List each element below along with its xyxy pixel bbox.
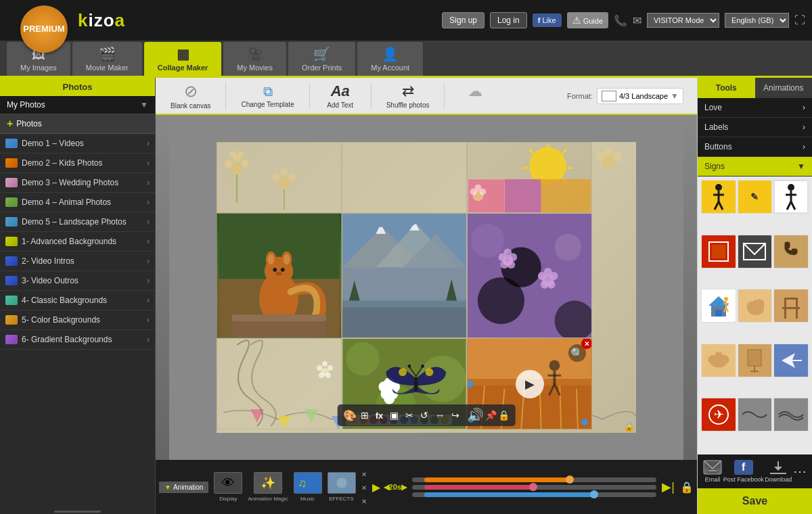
sign-box-red[interactable] [701, 235, 736, 268]
x-btn-3[interactable]: ✕ [361, 498, 367, 505]
sign-arrow[interactable] [773, 344, 809, 377]
change-template-button[interactable]: ⧉ Change Template [233, 81, 302, 111]
sign-hands-1[interactable] [738, 289, 773, 323]
tab-my-account[interactable]: 👤 My Account [357, 42, 423, 76]
language-select[interactable]: English (GB) [725, 13, 789, 28]
cell-r3c1[interactable] [217, 338, 342, 429]
timeline-thumb-2[interactable] [529, 483, 537, 491]
rotate-icon[interactable]: ↺ [418, 408, 431, 422]
category-buttons[interactable]: Buttons › [698, 137, 812, 157]
frame-icon[interactable]: ▣ [387, 408, 401, 422]
upload-button[interactable]: ☁ [451, 80, 499, 112]
timeline-lock-icon[interactable]: 🔒 [680, 481, 694, 494]
sidebar-item-demo5[interactable]: Demo 5 – Landscape Photos › [0, 212, 155, 232]
sidebar-item-demo4[interactable]: Demo 4 – Animal Photos › [0, 193, 155, 212]
timeline-thumb-1[interactable] [566, 475, 574, 484]
sidebar-item-gradient-bg[interactable]: 6- Gradient Backgrounds › [0, 330, 155, 350]
play-pause-button[interactable]: ▶ [372, 481, 380, 494]
category-labels[interactable]: Labels › [698, 118, 812, 137]
sign-pedestrian-yellow[interactable] [701, 180, 736, 214]
sidebar-item-adv-bg[interactable]: 1- Advanced Backgrounds › [0, 232, 155, 252]
play-button[interactable]: ▶ [516, 370, 544, 398]
add-photos-button[interactable]: + Photos [0, 114, 155, 134]
effects-section: EFFECTS [328, 472, 356, 502]
tab-collage-maker[interactable]: ▦ Collage Maker [144, 42, 222, 76]
display-thumb[interactable]: 👁 [214, 472, 242, 494]
shuffle-photos-button[interactable]: ⇄ Shuffle photos [378, 80, 438, 112]
cell-r1c2[interactable] [342, 142, 467, 213]
effects-thumb[interactable] [328, 472, 356, 494]
tab-tools[interactable]: Tools [698, 78, 755, 98]
sign-board[interactable] [738, 344, 773, 377]
add-text-button[interactable]: Aa Add Text [317, 80, 364, 112]
visitor-mode-select[interactable]: VISITOR Mode [647, 13, 719, 28]
category-signs[interactable]: Signs ▼ [698, 157, 812, 177]
sign-pedestrian-white[interactable] [773, 180, 809, 214]
sidebar-item-video-intro[interactable]: 2- Video Intros › [0, 252, 155, 271]
sidebar-item-color-bg[interactable]: 5- Color Backgrounds › [0, 310, 155, 330]
fx-button[interactable]: fx [373, 409, 386, 422]
sign-phone[interactable] [773, 235, 809, 268]
arrange-icon[interactable]: ⊞ [358, 408, 371, 422]
flip-icon[interactable]: ↔ [432, 408, 447, 422]
timeline-bar-2[interactable] [424, 485, 535, 490]
login-button[interactable]: Log in [490, 12, 527, 28]
cell-r2c1[interactable] [217, 213, 342, 338]
sign-house[interactable] [701, 289, 736, 323]
animation-toggle[interactable]: ▼ Animation [159, 482, 208, 493]
phone-icon[interactable]: 📞 [614, 14, 627, 27]
tab-animations[interactable]: Animations [755, 78, 813, 98]
cell-mountains[interactable] [342, 213, 467, 338]
sign-airplane[interactable]: ✈ [701, 398, 736, 431]
format-select[interactable]: 4/3 Landscape ▼ [597, 88, 683, 104]
tab-movie-maker[interactable]: 🎬 Movie Maker [72, 42, 142, 76]
timeline-bar-1[interactable] [424, 477, 571, 482]
lock-edit-icon[interactable]: 🔒 [498, 410, 510, 421]
save-button[interactable]: Save [698, 488, 812, 514]
skip-end-button[interactable]: ▶| [662, 480, 675, 494]
download-button[interactable]: Download [765, 460, 792, 483]
volume-icon[interactable]: 🔊 [467, 407, 484, 423]
facebook-button[interactable]: f Post Facebook [723, 460, 764, 483]
mail-icon[interactable]: ✉ [633, 14, 641, 27]
bottom-animation-panel: ▼ Animation 👁 Display ✨ Animation Magic … [156, 460, 697, 514]
x-btn-1[interactable]: ✕ [361, 471, 367, 478]
sidebar-item-classic-bg[interactable]: 4- Classic Backgrounds › [0, 291, 155, 310]
left-strip [156, 115, 169, 460]
fullscreen-icon[interactable]: ⛶ [794, 14, 805, 26]
sidebar-item-video-outro[interactable]: 3- Video Outros › [0, 271, 155, 291]
blank-canvas-button[interactable]: ⊘ Blank canvas [162, 79, 219, 112]
sign-wave-1[interactable] [738, 398, 773, 431]
category-love[interactable]: Love › [698, 98, 812, 118]
sign-wave-2[interactable] [773, 398, 809, 431]
cell-r1c3[interactable] [467, 142, 592, 213]
timeline-thumb-3[interactable] [590, 490, 598, 498]
crop-icon[interactable]: ✂ [403, 408, 416, 422]
sign-hands-2[interactable] [701, 344, 736, 377]
signup-button[interactable]: Sign up [442, 12, 484, 28]
pin-icon[interactable]: 📌 [485, 410, 497, 421]
share-icon[interactable]: ↪ [449, 408, 462, 422]
email-button[interactable]: Email [703, 460, 722, 483]
x-btn-2[interactable]: ✕ [361, 484, 367, 492]
cell-purple-flowers[interactable] [467, 213, 592, 338]
timeline-bar-3[interactable] [424, 492, 595, 497]
resize-lock-icon[interactable]: 🔒 [623, 421, 635, 431]
sidebar-item-demo3[interactable]: Demo 3 – Wedding Photos › [0, 173, 155, 193]
guide-button[interactable]: ⚠ Guide [567, 12, 608, 28]
music-thumb[interactable]: ♫ [294, 472, 322, 494]
sign-chair[interactable] [773, 289, 809, 323]
tab-my-movies[interactable]: 🎥 My Movies [223, 42, 286, 76]
tab-order-prints[interactable]: 🛒 Order Prints [288, 42, 355, 76]
close-cell-button[interactable]: ✕ [581, 338, 592, 349]
fb-like-button[interactable]: fLike [533, 14, 562, 27]
filter-icon[interactable]: 🎨 [343, 409, 357, 422]
sign-writing-yellow[interactable]: ✎ [738, 180, 773, 214]
anim-magic-thumb[interactable]: ✨ [254, 472, 282, 494]
sidebar-item-demo2[interactable]: Demo 2 – Kids Photos › [0, 154, 155, 173]
more-options-button[interactable]: ⋯ [793, 463, 807, 480]
sidebar-item-demo1[interactable]: Demo 1 – Videos › [0, 134, 155, 154]
my-photos-dropdown[interactable]: My Photos ▼ [0, 96, 155, 114]
sign-mail[interactable] [738, 235, 773, 268]
cell-r1c1[interactable] [217, 142, 342, 213]
